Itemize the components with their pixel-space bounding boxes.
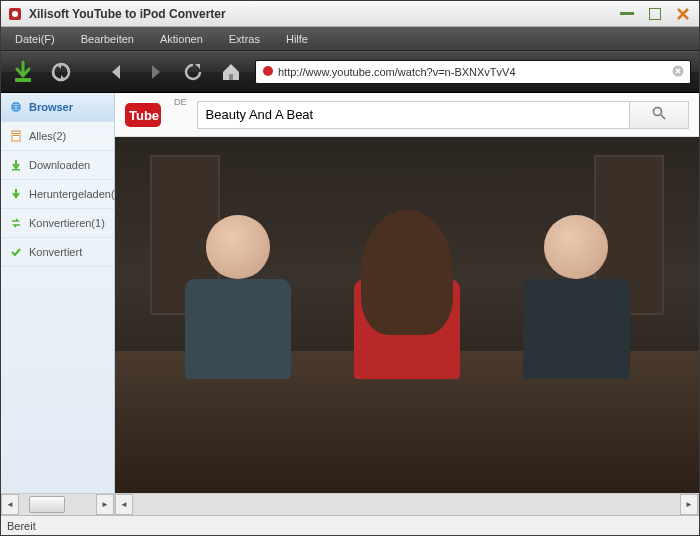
reload-button[interactable] (179, 58, 207, 86)
content-area: Browser Alles(2) Downloaden Heruntergela… (1, 93, 699, 493)
record-icon (262, 63, 274, 81)
svg-text:Tube: Tube (129, 108, 159, 123)
downloaded-icon (9, 187, 23, 201)
sidebar-item-converted[interactable]: Konvertiert (1, 238, 114, 267)
svg-rect-12 (12, 169, 20, 171)
sidebar-item-label: Konvertieren(1) (29, 217, 105, 229)
video-player[interactable] (115, 137, 699, 493)
forward-button[interactable] (141, 58, 169, 86)
svg-rect-4 (15, 78, 31, 82)
svg-point-15 (654, 107, 662, 115)
titlebar: Xilisoft YouTube to iPod Converter (1, 1, 699, 27)
minimize-button[interactable] (617, 5, 637, 23)
sidebar-item-convert[interactable]: Konvertieren(1) (1, 209, 114, 238)
download-small-icon (9, 158, 23, 172)
horizontal-scrollbars: ◄ ► ◄ ► (1, 493, 699, 515)
svg-point-6 (263, 66, 273, 76)
svg-point-1 (12, 11, 18, 17)
svg-rect-11 (13, 135, 19, 136)
scroll-right-icon[interactable]: ► (680, 494, 698, 515)
menu-help[interactable]: Hilfe (278, 30, 316, 48)
sidebar-item-label: Alles(2) (29, 130, 66, 142)
status-text: Bereit (7, 520, 36, 532)
clear-url-icon[interactable] (672, 65, 684, 80)
sidebar-item-label: Heruntergeladen(1) (29, 188, 124, 200)
home-button[interactable] (217, 58, 245, 86)
globe-icon (9, 100, 23, 114)
statusbar: Bereit (1, 515, 699, 535)
convert-icon (9, 216, 23, 230)
refresh-cycle-icon[interactable] (47, 58, 75, 86)
app-icon (7, 6, 23, 22)
youtube-region: DE (174, 97, 187, 107)
svg-rect-2 (620, 12, 634, 15)
svg-rect-5 (229, 74, 233, 80)
scroll-thumb[interactable] (29, 496, 65, 513)
download-icon[interactable] (9, 58, 37, 86)
menubar: Datei(F) Bearbeiten Aktionen Extras Hilf… (1, 27, 699, 51)
svg-rect-10 (13, 133, 19, 134)
sidebar-item-all[interactable]: Alles(2) (1, 122, 114, 151)
main-panel: Tube DE (115, 93, 699, 493)
scroll-right-icon[interactable]: ► (96, 494, 114, 515)
menu-actions[interactable]: Aktionen (152, 30, 211, 48)
sidebar: Browser Alles(2) Downloaden Heruntergela… (1, 93, 115, 493)
address-bar (255, 60, 691, 84)
menu-file[interactable]: Datei(F) (7, 30, 63, 48)
youtube-header: Tube DE (115, 93, 699, 137)
sidebar-item-download[interactable]: Downloaden (1, 151, 114, 180)
back-button[interactable] (103, 58, 131, 86)
sidebar-item-label: Browser (29, 101, 73, 113)
sidebar-item-label: Konvertiert (29, 246, 82, 258)
url-input[interactable] (278, 66, 668, 78)
search-button[interactable] (629, 101, 689, 129)
scroll-left-icon[interactable]: ◄ (1, 494, 19, 515)
close-button[interactable] (673, 5, 693, 23)
page-icon (9, 129, 23, 143)
check-icon (9, 245, 23, 259)
search-icon (652, 106, 666, 124)
search-input[interactable] (197, 101, 629, 129)
main-scrollbar[interactable]: ◄ ► (115, 494, 699, 515)
window-controls (617, 5, 693, 23)
window-title: Xilisoft YouTube to iPod Converter (29, 7, 617, 21)
search-bar (197, 101, 689, 129)
sidebar-item-downloaded[interactable]: Heruntergeladen(1) (1, 180, 114, 209)
menu-edit[interactable]: Bearbeiten (73, 30, 142, 48)
youtube-logo[interactable]: Tube (125, 103, 161, 127)
maximize-button[interactable] (645, 5, 665, 23)
menu-extras[interactable]: Extras (221, 30, 268, 48)
video-thumbnail (115, 137, 699, 493)
toolbar (1, 51, 699, 93)
sidebar-item-label: Downloaden (29, 159, 90, 171)
svg-rect-3 (649, 8, 661, 20)
app-window: Xilisoft YouTube to iPod Converter Datei… (0, 0, 700, 536)
sidebar-item-browser[interactable]: Browser (1, 93, 114, 122)
sidebar-scrollbar[interactable]: ◄ ► (1, 494, 115, 515)
scroll-left-icon[interactable]: ◄ (115, 494, 133, 515)
